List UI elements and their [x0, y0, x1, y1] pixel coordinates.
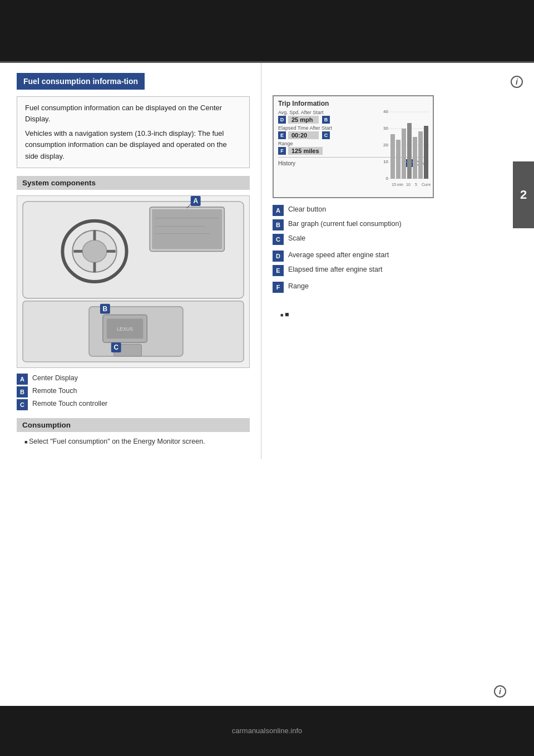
svg-text:B: B [103, 305, 108, 312]
svg-text:30: 30 [383, 126, 388, 131]
badge-c-left: C [17, 399, 28, 410]
right-label-row-e: E Elapsed time after engine start [273, 265, 523, 276]
right-bullet-area: ■ [273, 310, 523, 320]
svg-rect-36 [390, 134, 395, 179]
row1-value: 25 mph [288, 116, 319, 124]
right-label-row-b: B Bar graph (current fuel consumption) [273, 219, 523, 230]
badge-b-left: B [17, 386, 28, 397]
label-b-right-text: Bar graph (current fuel consumption) [288, 219, 402, 229]
info-icon-top: i [511, 76, 523, 88]
badge-f-right: F [273, 282, 284, 293]
svg-point-3 [82, 240, 107, 262]
badge-C-right: C [322, 131, 330, 139]
section-heading: Fuel consumption informa-tion [17, 73, 145, 90]
top-info-icon-area: i [273, 73, 523, 91]
row5-value: 125 miles [288, 147, 323, 155]
row4-value: 00:20 [288, 131, 319, 139]
svg-text:C: C [113, 343, 118, 351]
right-label-row-a: A Clear button [273, 205, 523, 216]
system-components-text: System components [22, 179, 96, 187]
svg-text:15 min: 15 min [392, 183, 403, 186]
svg-text:0: 0 [386, 176, 389, 181]
info-icon-top-char: i [516, 77, 518, 86]
svg-text:10: 10 [383, 159, 388, 164]
svg-text:A: A [193, 197, 198, 205]
svg-rect-41 [418, 131, 423, 179]
svg-text:LEXUS: LEXUS [117, 326, 133, 332]
badge-a-left: A [17, 374, 28, 385]
badge-E: E [278, 131, 286, 139]
dashboard-illustration: A LEXUS B C [17, 195, 250, 368]
info-icon-bottom-char: i [499, 687, 501, 696]
badge-a-right: A [273, 205, 284, 216]
label-e-right-text: Elapsed time after engine start [288, 265, 383, 275]
bottom-banner: carmanualsonline.info [0, 706, 534, 756]
svg-rect-39 [407, 123, 412, 179]
svg-rect-9 [152, 209, 222, 249]
svg-rect-38 [402, 129, 406, 179]
right-label-row-c: C Scale [273, 234, 523, 245]
trip-display: Trip Information Avg. Spd. After Start D… [273, 95, 434, 198]
history-label: History [278, 160, 295, 166]
badge-d-right: D [273, 251, 284, 262]
right-bullet1: ■ [273, 310, 523, 320]
svg-text:5: 5 [415, 183, 417, 186]
svg-text:10: 10 [406, 183, 411, 186]
right-column: i Trip Information Avg. Spd. After Start… [261, 63, 534, 459]
badge-e-right: E [273, 265, 284, 276]
info-para2: Vehicles with a navigation system (10.3-… [25, 128, 241, 161]
badge-B-right: B [322, 116, 330, 124]
badge-D: D [278, 116, 286, 124]
left-column: Fuel consumption informa-tion Fuel consu… [0, 63, 261, 459]
main-content: Fuel consumption informa-tion Fuel consu… [0, 63, 534, 459]
dashboard-svg: A LEXUS B C [17, 196, 249, 367]
consumption-heading: Consumption [17, 418, 250, 432]
chapter-tab: 2 [513, 161, 534, 228]
label-row-c: C Remote Touch controller [17, 399, 250, 410]
right-label-rows: A Clear button B Bar graph (current fuel… [273, 205, 523, 293]
info-para1: Fuel consumption information can be disp… [25, 102, 241, 125]
badge-c-right: C [273, 234, 284, 245]
label-b-text: Remote Touch [32, 386, 77, 396]
label-row-a: A Center Display [17, 374, 250, 385]
trip-chart-svg: 40 30 20 10 0 15 min [380, 106, 431, 193]
right-label-row-d: D Average speed after engine start [273, 251, 523, 262]
bullet1: Select "Fuel consumption" on the Energy … [17, 436, 250, 447]
bullet1-text: Select "Fuel consumption" on the Energy … [29, 438, 205, 445]
section-heading-text: Fuel consumption informa-tion [23, 77, 138, 86]
svg-rect-42 [424, 126, 428, 179]
right-bullet1-text: ■ [285, 311, 289, 318]
system-components-heading: System components [17, 176, 250, 190]
svg-rect-40 [413, 137, 417, 179]
label-c-right-text: Scale [288, 234, 305, 244]
consumption-text: Consumption [22, 421, 71, 429]
label-a-right-text: Clear button [288, 205, 326, 215]
chapter-number: 2 [520, 188, 527, 202]
label-row-b: B Remote Touch [17, 386, 250, 397]
watermark: carmanualsonline.info [232, 726, 302, 735]
svg-text:40: 40 [383, 109, 388, 114]
bottom-info-icon-area: i [494, 683, 506, 700]
info-icon-bottom: i [494, 685, 506, 698]
label-a-text: Center Display [32, 374, 78, 384]
right-label-row-f: F Range [273, 282, 523, 293]
svg-text:20: 20 [383, 143, 388, 148]
info-box: Fuel consumption information can be disp… [17, 96, 250, 168]
label-f-right-text: Range [288, 282, 309, 292]
top-banner [0, 0, 534, 61]
badge-b-right: B [273, 219, 284, 230]
svg-rect-37 [396, 140, 400, 179]
badge-F: F [278, 147, 286, 155]
svg-text:Current: Current [422, 183, 431, 186]
label-d-right-text: Average speed after engine start [288, 251, 389, 261]
label-c-text: Remote Touch controller [32, 399, 107, 409]
